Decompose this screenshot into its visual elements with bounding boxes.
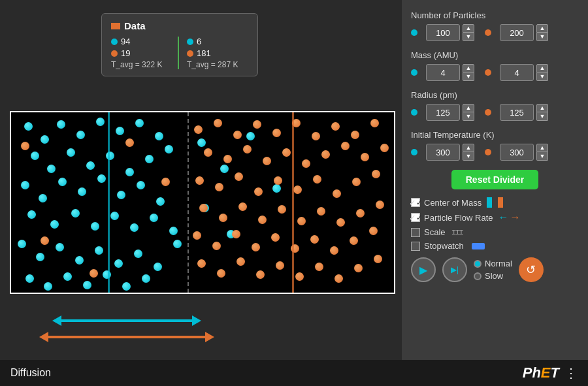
scale-indicator: ⌶⌶⌶	[452, 228, 463, 236]
particle-cyan	[24, 122, 33, 131]
radius2-spinner[interactable]: ▲ ▼	[500, 104, 548, 121]
canvas-divider	[188, 112, 189, 293]
radius1-down-btn[interactable]: ▼	[463, 112, 474, 121]
stopwatch-checkbox[interactable]	[411, 242, 420, 251]
temp1-down-btn[interactable]: ▼	[463, 152, 474, 161]
mass2-input[interactable]	[500, 64, 534, 81]
particle-orange	[352, 178, 361, 186]
cyan-dot-temp	[411, 149, 417, 155]
particle1-spinner[interactable]: ▲ ▼	[426, 24, 474, 41]
particle2-down-btn[interactable]: ▼	[536, 33, 548, 41]
particle-cyan	[246, 132, 255, 140]
play-button[interactable]: ▶	[411, 257, 436, 282]
radius1-spinner[interactable]: ▲ ▼	[426, 104, 474, 121]
step-button[interactable]: ▶|	[442, 257, 467, 282]
particle2-spinner-btns[interactable]: ▲ ▼	[536, 24, 548, 41]
temp1-spinner[interactable]: ▲ ▼	[426, 144, 474, 161]
normal-speed-radio[interactable]	[474, 260, 482, 268]
mass2-spinner[interactable]: ▲ ▼	[500, 64, 548, 81]
mass2-spinner-btns[interactable]: ▲ ▼	[536, 64, 548, 81]
particle-cyan	[114, 259, 123, 268]
particle-orange	[194, 125, 203, 134]
particle-orange	[374, 255, 382, 263]
temp2-up-btn[interactable]: ▲	[536, 144, 548, 152]
particle-orange	[235, 172, 243, 181]
radius2-spinner-btns[interactable]: ▲ ▼	[536, 104, 548, 121]
particle-cyan	[58, 178, 67, 186]
particle-orange	[317, 207, 325, 216]
particle-orange	[161, 178, 170, 186]
particle-orange	[313, 175, 321, 184]
temp2-spinner-btns[interactable]: ▲ ▼	[536, 144, 548, 161]
mass2-up-btn[interactable]: ▲	[536, 64, 548, 72]
mass1-spinner-btns[interactable]: ▲ ▼	[463, 64, 474, 81]
temp1-input[interactable]	[426, 144, 460, 161]
particle-orange	[214, 119, 222, 127]
temp2-input[interactable]	[500, 144, 534, 161]
particle-orange	[335, 274, 343, 283]
particle-cyan	[137, 181, 145, 189]
particle2-spinner[interactable]: ▲ ▼	[500, 24, 548, 41]
particle-orange	[256, 270, 265, 279]
particle-orange	[193, 231, 201, 240]
temp1-up-btn[interactable]: ▲	[463, 144, 474, 152]
mass1-down-btn[interactable]: ▼	[463, 72, 474, 81]
right-panel: Number of Particles ▲ ▼ ▲ ▼ Mass (AMU)	[402, 0, 588, 366]
mass1-spinner[interactable]: ▲ ▼	[426, 64, 474, 81]
particle-cyan	[67, 148, 75, 157]
particle1-spinner-btns[interactable]: ▲ ▼	[463, 24, 474, 41]
radius1-up-btn[interactable]: ▲	[463, 104, 474, 112]
cyan-arrowhead-left	[52, 315, 61, 326]
center-of-mass-label: Center of Mass	[424, 198, 482, 208]
simulation-canvas	[10, 111, 395, 294]
reload-button[interactable]: ↺	[519, 257, 544, 282]
radius2-input[interactable]	[500, 104, 534, 121]
particle2-input[interactable]	[500, 24, 534, 41]
mass1-up-btn[interactable]: ▲	[463, 64, 474, 72]
particle-orange	[333, 189, 341, 198]
particle-cyan	[95, 246, 103, 255]
orange-arrow-line	[48, 336, 205, 338]
normal-speed-label: Normal	[485, 259, 512, 268]
particle-cyan	[135, 119, 144, 127]
mass2-down-btn[interactable]: ▼	[536, 72, 548, 81]
temp2-spinner[interactable]: ▲ ▼	[500, 144, 548, 161]
particle-orange	[271, 233, 280, 242]
radius2-up-btn[interactable]: ▲	[536, 104, 548, 112]
particle-cyan	[103, 270, 111, 279]
orange-dot-mass	[485, 69, 491, 76]
particle-orange	[21, 142, 29, 150]
center-of-mass-checkbox[interactable]: ✓	[411, 198, 420, 207]
orange-count-right: 181	[197, 48, 211, 58]
particle2-up-btn[interactable]: ▲	[536, 24, 548, 33]
particle-flow-rate-checkbox[interactable]: ✓	[411, 213, 420, 222]
radius2-down-btn[interactable]: ▼	[536, 112, 548, 121]
normal-speed-row[interactable]: Normal	[474, 259, 512, 268]
temp1-spinner-btns[interactable]: ▲ ▼	[463, 144, 474, 161]
number-of-particles-label: Number of Particles	[411, 10, 579, 20]
temp2-down-btn[interactable]: ▼	[536, 152, 548, 161]
slow-speed-row[interactable]: Slow	[474, 271, 512, 281]
cyan-dot-right	[187, 39, 193, 45]
radius1-spinner-btns[interactable]: ▲ ▼	[463, 104, 474, 121]
particle-orange	[274, 176, 282, 185]
menu-dots-icon[interactable]: ⋮	[564, 365, 578, 381]
particle1-down-btn[interactable]: ▼	[463, 33, 474, 41]
particle-orange	[350, 236, 358, 245]
mass1-input[interactable]	[426, 64, 460, 81]
particle-orange	[204, 148, 212, 157]
particle1-input[interactable]	[426, 24, 460, 41]
particle-orange	[243, 145, 252, 153]
particle-orange	[315, 263, 323, 271]
particle-cyan	[272, 184, 281, 193]
particle-cyan	[25, 274, 34, 283]
particle-orange	[336, 218, 345, 227]
mass-label: Mass (AMU)	[411, 50, 579, 60]
slow-speed-radio[interactable]	[474, 272, 482, 280]
radius1-input[interactable]	[426, 104, 460, 121]
simulation-area: Data 94 19 T_avg = 322 K 6	[0, 0, 405, 366]
tavg-left: T_avg = 322 K	[111, 60, 172, 69]
scale-checkbox[interactable]	[411, 228, 420, 237]
particle1-up-btn[interactable]: ▲	[463, 24, 474, 33]
reset-divider-button[interactable]: Reset Divider	[451, 170, 538, 189]
